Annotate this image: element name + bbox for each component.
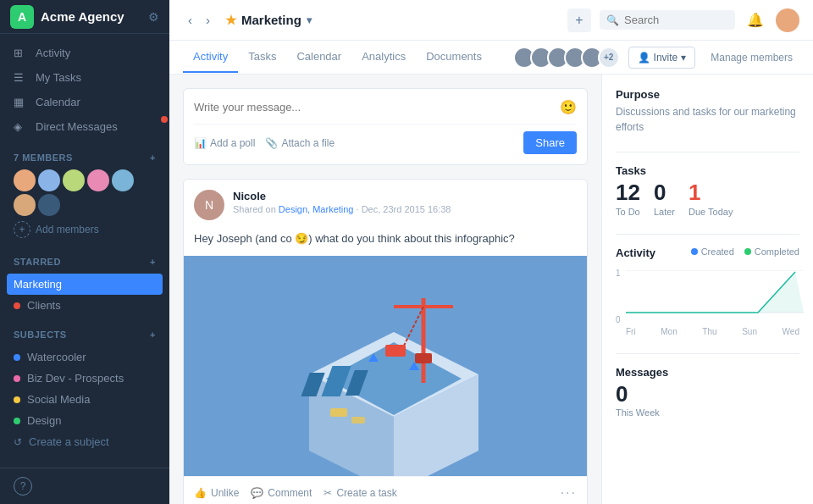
subject-item-design[interactable]: Design [14, 410, 156, 431]
add-members-button[interactable]: + Add members [14, 216, 156, 243]
members-section: 7 MEMBERS + + Add members [0, 146, 169, 250]
nav-back-button[interactable]: ‹ [183, 9, 197, 30]
chart-label-sun: Sun [742, 327, 757, 336]
notification-badge [161, 116, 168, 123]
unlike-button[interactable]: 👍 Unlike [194, 487, 239, 499]
stat-todo: 12 To Do [616, 180, 640, 217]
gear-icon[interactable]: ⚙ [148, 10, 159, 24]
stat-later: 0 Later [654, 180, 675, 217]
activity-icon: ⊞ [14, 47, 27, 59]
starred-item-clients[interactable]: Clients [14, 295, 156, 316]
subjects-section: SUBJECTS + Watercooler Biz Dev - Prospec… [0, 323, 169, 459]
sidebar-item-activity[interactable]: ⊞ Activity [0, 41, 169, 65]
post-date: Dec, 23rd 2015 16:38 [362, 204, 451, 214]
invite-button[interactable]: 👤 Invite ▾ [628, 47, 696, 69]
chart-labels: Fri Mon Thu Sun Wed [626, 327, 799, 336]
post-footer: 👍 Unlike 💬 Comment ✂ Create a task ··· [184, 476, 587, 505]
messages-label: This Week [616, 407, 799, 418]
search-input[interactable] [624, 14, 728, 26]
messages-icon: ◈ [14, 120, 27, 133]
tab-activity[interactable]: Activity [183, 42, 238, 73]
sidebar-nav: ⊞ Activity ☰ My Tasks ▦ Calendar ◈ Direc… [0, 34, 169, 146]
notification-bell-button[interactable]: 🔔 [744, 8, 767, 31]
completed-legend-dot [744, 248, 751, 255]
subject-item-biz-dev[interactable]: Biz Dev - Prospects [14, 368, 156, 389]
help-icon[interactable]: ? [14, 477, 32, 496]
create-task-button[interactable]: ✂ Create a task [324, 487, 396, 499]
add-members-icon: + [14, 221, 30, 238]
chart-svg [626, 270, 804, 321]
add-button[interactable]: + [567, 8, 591, 32]
create-subject-button[interactable]: ↺ Create a subject [14, 431, 156, 452]
more-options-button[interactable]: ··· [561, 485, 577, 501]
add-members-label: Add members [36, 224, 99, 235]
input-actions: 📊 Add a poll 📎 Attach a file [194, 137, 335, 149]
clients-dot [14, 302, 20, 309]
calendar-icon: ▦ [14, 96, 27, 108]
add-starred-icon[interactable]: + [150, 257, 156, 267]
members-title: 7 MEMBERS [14, 152, 73, 163]
tab-analytics[interactable]: Analytics [351, 42, 416, 73]
subjects-header: SUBJECTS + [14, 330, 156, 340]
share-button[interactable]: Share [523, 131, 577, 154]
tab-actions: +2 👤 Invite ▾ Manage members [513, 47, 799, 69]
starred-item-marketing[interactable]: Marketing [7, 274, 163, 295]
sidebar-item-label: My Tasks [36, 71, 81, 84]
add-member-icon[interactable]: + [150, 152, 156, 163]
subject-item-social-media[interactable]: Social Media [14, 389, 156, 410]
comment-button[interactable]: 💬 Comment [251, 487, 312, 499]
emoji-icon[interactable]: 🙂 [560, 99, 577, 115]
subject-item-watercooler[interactable]: Watercooler [14, 346, 156, 368]
tab-tasks[interactable]: Tasks [238, 42, 286, 73]
post-text: Hey Joseph (and co 😏) what do you think … [194, 232, 515, 245]
channel-title[interactable]: ★ Marketing ▾ [225, 13, 312, 28]
stat-due: 1 Due Today [689, 180, 733, 217]
messages-section: Messages 0 This Week [616, 366, 799, 418]
sidebar-header: A Acme Agency ⚙ [0, 0, 169, 34]
message-input[interactable] [194, 101, 560, 114]
post-meta: Nicole Shared on Design, Marketing · Dec… [233, 190, 577, 214]
post-author-name: Nicole [233, 190, 577, 202]
post-author-avatar: N [194, 190, 224, 220]
message-input-box: 🙂 📊 Add a poll 📎 Attach a file [183, 88, 588, 165]
subject-label: Design [27, 414, 61, 427]
search-icon: 🔍 [606, 14, 619, 26]
activity-chart: 1 0 Fri Mon [616, 269, 799, 336]
later-label: Later [654, 207, 675, 217]
star-icon: ★ [225, 13, 236, 28]
refresh-icon: ↺ [14, 436, 22, 448]
activity-section: Activity Created Completed [616, 246, 799, 336]
sidebar-item-my-tasks[interactable]: ☰ My Tasks [0, 65, 169, 90]
attach-file-button[interactable]: 📎 Attach a file [265, 137, 335, 149]
svg-rect-15 [330, 408, 347, 417]
comment-label: Comment [268, 487, 312, 499]
message-input-bottom: 📊 Add a poll 📎 Attach a file Share [194, 124, 577, 154]
purpose-desc: Discussions and tasks for our marketing … [616, 104, 799, 135]
purpose-title: Purpose [616, 88, 799, 101]
chevron-down-icon: ▾ [307, 14, 312, 26]
chart-y-top: 1 [616, 269, 621, 278]
member-avatars-list [14, 169, 156, 216]
sidebar-item-calendar[interactable]: ▦ Calendar [0, 90, 169, 114]
tab-documents[interactable]: Documents [416, 42, 492, 73]
nav-forward-button[interactable]: › [201, 9, 215, 30]
attach-label: Attach a file [281, 137, 335, 149]
add-subject-icon[interactable]: + [150, 330, 156, 340]
members-header: 7 MEMBERS + [14, 152, 156, 163]
due-label: Due Today [689, 207, 733, 217]
created-legend-dot [691, 248, 698, 255]
add-poll-button[interactable]: 📊 Add a poll [194, 137, 255, 149]
member-avatar [63, 169, 85, 191]
post-subtitle: Shared on Design, Marketing · Dec, 23rd … [233, 204, 577, 214]
manage-members-button[interactable]: Manage members [704, 47, 799, 68]
sidebar-item-direct-messages[interactable]: ◈ Direct Messages [0, 114, 169, 139]
purpose-section: Purpose Discussions and tasks for our ma… [616, 88, 799, 135]
todo-label: To Do [616, 207, 640, 217]
poll-label: Add a poll [210, 137, 255, 149]
post-subject-link[interactable]: Design, Marketing [279, 204, 354, 214]
user-avatar[interactable] [776, 8, 799, 32]
chevron-down-icon: ▾ [681, 52, 686, 64]
unlike-label: Unlike [211, 487, 239, 499]
tab-calendar[interactable]: Calendar [286, 42, 351, 73]
right-panel: Purpose Discussions and tasks for our ma… [601, 75, 813, 504]
